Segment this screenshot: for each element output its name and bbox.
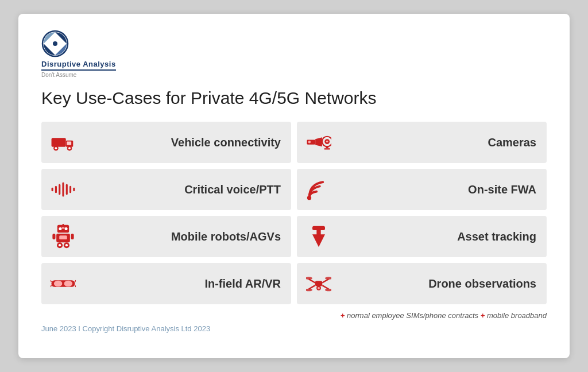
svg-point-12 bbox=[308, 141, 311, 143]
svg-rect-34 bbox=[52, 234, 55, 239]
footnote-text2: mobile broadband bbox=[487, 311, 547, 320]
svg-rect-18 bbox=[62, 182, 64, 196]
svg-rect-21 bbox=[66, 184, 68, 195]
footnote: + normal employee SIMs/phone contracts +… bbox=[41, 311, 547, 320]
svg-rect-51 bbox=[315, 281, 323, 286]
svg-rect-20 bbox=[55, 186, 57, 193]
svg-point-45 bbox=[64, 281, 72, 286]
svg-point-31 bbox=[62, 224, 64, 225]
svg-line-54 bbox=[309, 279, 315, 282]
svg-rect-42 bbox=[312, 226, 325, 230]
svg-line-50 bbox=[75, 285, 76, 287]
plus1: + bbox=[341, 311, 345, 320]
svg-rect-29 bbox=[61, 227, 64, 229]
svg-rect-46 bbox=[63, 282, 64, 285]
logo-area: Disruptive Analysis Don't Assume bbox=[41, 30, 547, 78]
tile-critical-voice: Critical voice/PTT bbox=[41, 169, 291, 210]
svg-point-58 bbox=[306, 277, 312, 280]
svg-point-44 bbox=[54, 281, 63, 286]
tile-critical-voice-label: Critical voice/PTT bbox=[85, 183, 281, 196]
plus2: + bbox=[481, 311, 485, 320]
drone-icon bbox=[304, 271, 334, 296]
tile-onsite-fwa: On-site FWA bbox=[297, 169, 547, 210]
tile-cameras-label: Cameras bbox=[341, 136, 536, 149]
tile-vehicle-connectivity-label: Vehicle connectivity bbox=[85, 136, 281, 149]
robot-icon bbox=[48, 224, 78, 249]
svg-rect-16 bbox=[326, 146, 328, 148]
svg-rect-3 bbox=[52, 138, 66, 147]
svg-line-49 bbox=[75, 280, 76, 282]
svg-line-47 bbox=[51, 280, 51, 282]
fwa-icon bbox=[304, 177, 334, 202]
svg-point-15 bbox=[326, 141, 328, 143]
tile-mobile-robots: Mobile robots/AGVs bbox=[41, 216, 291, 257]
tile-asset-tracking: Asset tracking bbox=[297, 216, 547, 257]
svg-point-59 bbox=[325, 277, 331, 280]
page-title: Key Use-Cases for Private 4G/5G Networks bbox=[41, 88, 547, 108]
cameras-icon bbox=[304, 130, 334, 155]
svg-line-56 bbox=[309, 285, 315, 289]
svg-marker-11 bbox=[315, 137, 322, 146]
svg-point-2 bbox=[53, 41, 57, 46]
logo-icon bbox=[41, 30, 69, 57]
tile-vehicle-connectivity: Vehicle connectivity bbox=[41, 122, 291, 163]
tile-asset-tracking-label: Asset tracking bbox=[341, 230, 536, 243]
svg-line-55 bbox=[322, 279, 328, 282]
tile-ar-vr: In-field AR/VR bbox=[41, 263, 291, 304]
voice-icon bbox=[48, 177, 78, 202]
svg-rect-19 bbox=[59, 184, 60, 195]
svg-point-25 bbox=[307, 196, 311, 200]
svg-point-28 bbox=[65, 227, 68, 230]
tile-ar-vr-label: In-field AR/VR bbox=[85, 277, 281, 290]
main-card: Disruptive Analysis Don't Assume Key Use… bbox=[18, 14, 570, 358]
footnote-text1: normal employee SIMs/phone contracts bbox=[347, 311, 481, 320]
tile-mobile-robots-label: Mobile robots/AGVs bbox=[85, 230, 281, 243]
footer: June 2023 I Copyright Disruptive Analysi… bbox=[41, 324, 547, 333]
svg-point-53 bbox=[318, 287, 320, 289]
tile-cameras: Cameras bbox=[297, 122, 547, 163]
svg-rect-5 bbox=[67, 141, 71, 145]
svg-marker-40 bbox=[312, 234, 325, 247]
logo-tagline: Don't Assume bbox=[41, 72, 76, 78]
svg-rect-24 bbox=[73, 188, 75, 191]
svg-rect-17 bbox=[324, 148, 330, 149]
svg-line-48 bbox=[51, 285, 51, 287]
tile-drone-observations: Drone observations bbox=[297, 263, 547, 304]
tile-onsite-fwa-label: On-site FWA bbox=[341, 183, 536, 196]
svg-rect-22 bbox=[69, 186, 71, 193]
svg-point-60 bbox=[306, 289, 312, 292]
svg-point-7 bbox=[55, 147, 57, 149]
tile-drone-observations-label: Drone observations bbox=[341, 277, 536, 290]
svg-point-39 bbox=[65, 244, 68, 246]
svg-point-37 bbox=[59, 244, 61, 246]
svg-rect-10 bbox=[307, 140, 315, 145]
truck-icon bbox=[48, 130, 78, 155]
pin-icon bbox=[304, 224, 334, 249]
svg-rect-33 bbox=[59, 235, 67, 239]
logo-name: Disruptive Analysis bbox=[41, 60, 116, 71]
svg-point-61 bbox=[325, 289, 331, 292]
arvr-icon bbox=[48, 271, 78, 296]
svg-rect-35 bbox=[71, 234, 74, 239]
svg-point-27 bbox=[59, 227, 61, 230]
svg-line-57 bbox=[322, 285, 328, 289]
tiles-grid: Vehicle connectivity Cameras bbox=[41, 122, 547, 304]
svg-point-9 bbox=[68, 147, 71, 149]
svg-rect-23 bbox=[52, 188, 53, 191]
